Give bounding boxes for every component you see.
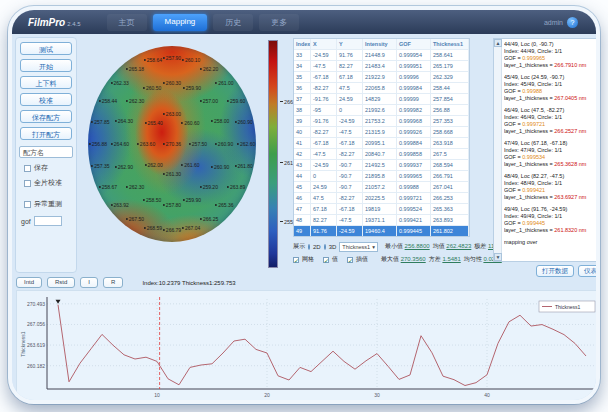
recipe-name-input[interactable]: 配方名 — [19, 146, 73, 158]
wafer-point-label: 261.80 — [234, 163, 252, 169]
wafer-point-label: 264.60 — [111, 141, 129, 147]
table-cell: -24.59 — [311, 50, 337, 60]
wafer-point-label: 257.85 — [91, 119, 109, 125]
table-row[interactable]: 41-67.18-67.1820995.10.999884263.918 — [294, 138, 469, 149]
table-row[interactable]: 4524.59-90.721057.20.99988267.041 — [294, 182, 469, 193]
scroll-down-icon[interactable]: ▼ — [494, 253, 502, 261]
colorbar — [268, 40, 278, 268]
open-recipe-button[interactable]: 打开配方 — [20, 127, 72, 140]
svg-text:40: 40 — [484, 392, 490, 398]
wafer-point-label: 257.80 — [163, 202, 181, 208]
user-area: admin ? — [544, 17, 578, 28]
table-row[interactable]: 36-82.2747.522065.80.999984258.44 — [294, 83, 469, 94]
table-row[interactable]: 4647.5-82.2720225.50.999721266.253 — [294, 193, 469, 204]
log-entry: 44/49, Loc (0, -90.7)Index: 44/49, Circl… — [504, 41, 599, 69]
table-cell: 46 — [294, 193, 311, 203]
table-row[interactable]: 39-91.76-24.5921753.20.999968257.353 — [294, 116, 469, 127]
start-button[interactable]: 开始 — [20, 59, 72, 72]
table-cell: 35 — [294, 72, 311, 82]
wafer-point-label: 260.30 — [163, 80, 181, 86]
grid-checkbox[interactable]: ✓ — [293, 257, 299, 263]
table-cell: -67.18 — [311, 72, 337, 82]
wafer-point-label: 262.30 — [126, 184, 144, 190]
wafer-point-label: 260.90 — [211, 164, 229, 170]
wafer-point-label: 259.60 — [227, 98, 245, 104]
load-unload-button[interactable]: 上下料 — [20, 76, 72, 89]
table-row[interactable]: 4882.27-47.519371.10.999421263.893 — [294, 215, 469, 226]
user-avatar-icon[interactable]: ? — [567, 17, 578, 28]
log-gof: GOF = 0.999721 — [504, 121, 599, 128]
wafer-point-label: 261.60 — [181, 162, 199, 168]
table-cell: 262.329 — [431, 72, 469, 82]
table-cell: 33 — [294, 50, 311, 60]
values-checkbox-label: 值 — [332, 255, 338, 264]
full-wafer-cal-checkbox-row[interactable]: 全片校准 — [24, 178, 76, 188]
wafer-point-label: 260.90 — [215, 141, 233, 147]
retest-checkbox-row[interactable]: 异常重测 — [24, 199, 76, 209]
chart-crosshair-readout: Index:10.2379 Thickness1:259.753 — [142, 280, 235, 286]
interp-checkbox[interactable]: ✓ — [347, 257, 353, 263]
wafer-point-label: 262.60 — [237, 141, 255, 147]
metric-dropdown-value: Thickness1 — [342, 244, 370, 250]
values-checkbox[interactable]: ✓ — [323, 257, 329, 263]
chart-intd-button[interactable]: Intd — [16, 277, 42, 288]
table-row[interactable]: 33-24.5991.7621448.90.999954258.641 — [294, 50, 469, 61]
table-row[interactable]: 4767.18-67.18198190.999524265.363 — [294, 204, 469, 215]
chart-i-button[interactable]: I — [80, 277, 98, 288]
table-cell: -67.18 — [337, 138, 363, 148]
tab-more[interactable]: 更多 — [259, 14, 299, 31]
table-row[interactable]: 40-82.27-47.521315.90.999926258.668 — [294, 127, 469, 138]
table-row[interactable]: 42-47.5-82.2720840.70.999858267.5 — [294, 149, 469, 160]
app-version: 2.4.5 — [67, 21, 80, 27]
table-cell: 267.041 — [431, 182, 469, 192]
wafer-point-label: 258.67 — [99, 184, 117, 190]
table-cell: Thickness1 — [431, 39, 469, 49]
scroll-up-icon[interactable]: ▲ — [494, 39, 502, 47]
table-header-row[interactable]: IndexXYIntensityGOFThickness1 — [294, 39, 469, 50]
retest-checkbox[interactable] — [24, 201, 31, 208]
gof-input[interactable] — [34, 216, 62, 226]
table-row[interactable]: 43-24.59-90.721492.50.999937268.594 — [294, 160, 469, 171]
table-cell: -82.27 — [337, 193, 363, 203]
test-button[interactable]: 测试 — [20, 42, 72, 55]
table-cell: 42 — [294, 149, 311, 159]
chart-r-button[interactable]: R — [103, 277, 123, 288]
save-recipe-button[interactable]: 保存配方 — [20, 110, 72, 123]
table-row[interactable]: 34-47.582.2721483.40.999951265.179 — [294, 61, 469, 72]
wafer-point-label: 260.50 — [143, 85, 161, 91]
table-cell: 22065.8 — [363, 83, 397, 93]
save-checkbox[interactable] — [24, 165, 31, 172]
table-row[interactable]: 440-90.721895.80.999965266.791 — [294, 171, 469, 182]
table-row[interactable]: 37-91.7624.59148290.99999257.854 — [294, 94, 469, 105]
wafer-point-label: 262.90 — [115, 164, 133, 170]
log-scrollbar[interactable]: ▲ ▼ — [494, 39, 502, 261]
metric-dropdown[interactable]: Thickness1 ▾ — [339, 242, 378, 252]
calibrate-button[interactable]: 校准 — [20, 93, 72, 106]
log-index: Index: 48/49, Circle: 1/1 — [504, 180, 599, 187]
table-cell: 0.999445 — [397, 226, 431, 236]
radio-3d[interactable] — [324, 244, 326, 250]
table-cell: 91.76 — [337, 50, 363, 60]
log-entry: 45/49, Loc (24.59, -90.7)Index: 45/49, C… — [504, 74, 599, 102]
table-cell: 0 — [337, 105, 363, 115]
wafer-point-label: 270.36 — [163, 141, 181, 147]
table-cell: 34 — [294, 61, 311, 71]
full-wafer-cal-checkbox[interactable] — [24, 180, 31, 187]
wafer-point-label: 262.33 — [110, 80, 128, 86]
svg-text:10: 10 — [154, 392, 160, 398]
save-checkbox-row[interactable]: 保存 — [24, 163, 76, 173]
table-row[interactable]: 35-67.1867.1821922.90.99996262.329 — [294, 72, 469, 83]
table-row[interactable]: 38-95021992.60.999982256.88 — [294, 105, 469, 116]
tab-home[interactable]: 主页 — [107, 14, 147, 31]
tab-mapping[interactable]: Mapping — [153, 14, 208, 31]
log-loc: 49/49, Loc (91.76, -24.59) — [504, 206, 599, 213]
table-cell: 19371.1 — [363, 215, 397, 225]
chart-rstd-button[interactable]: Rstd — [47, 277, 75, 288]
radio-2d[interactable] — [308, 244, 310, 250]
tab-history[interactable]: 历史 — [213, 14, 253, 31]
table-row[interactable]: 4991.76-24.5919460.40.999445261.802 — [294, 226, 469, 237]
table-cell: GOF — [397, 39, 431, 49]
thickness-line-chart[interactable]: 260.182263.619267.056270.49310203040Thic… — [16, 290, 600, 404]
wafer-point-label: 261.30 — [163, 171, 181, 177]
table-cell: 24.59 — [337, 94, 363, 104]
